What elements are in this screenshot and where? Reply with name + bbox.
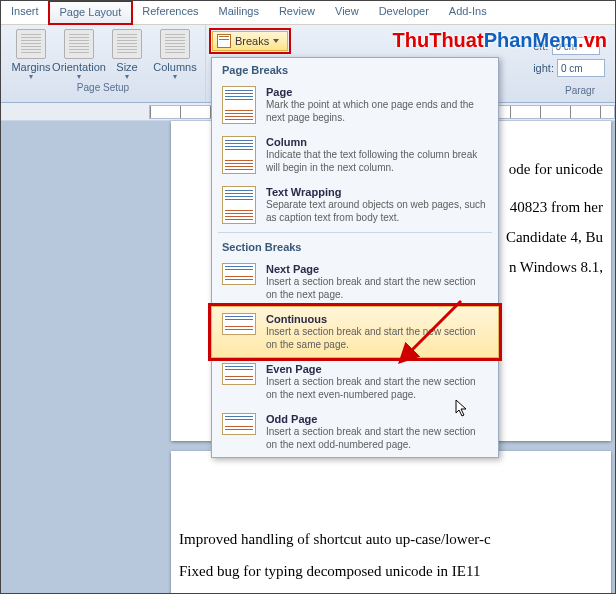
orientation-icon: [64, 29, 94, 59]
tab-review[interactable]: Review: [269, 1, 325, 24]
next-page-icon: [222, 263, 256, 285]
margins-button[interactable]: Margins▾: [7, 27, 55, 81]
menu-section-page-breaks: Page Breaks: [212, 58, 498, 80]
tab-mailings[interactable]: Mailings: [209, 1, 269, 24]
chevron-down-icon: [273, 39, 279, 43]
menu-item-page[interactable]: PageMark the point at which one page end…: [212, 80, 498, 130]
ribbon-tabs: Insert Page Layout References Mailings R…: [1, 1, 615, 25]
column-break-icon: [222, 136, 256, 174]
group-paragraph-label: Paragr: [565, 85, 595, 96]
columns-icon: [160, 29, 190, 59]
tab-page-layout[interactable]: Page Layout: [49, 1, 133, 24]
menu-item-text-wrapping[interactable]: Text WrappingSeparate text around object…: [212, 180, 498, 230]
menu-section-section-breaks: Section Breaks: [212, 235, 498, 257]
watermark: ThuThuatPhanMem.vn: [393, 29, 607, 52]
breaks-icon: [217, 34, 231, 48]
tab-insert[interactable]: Insert: [1, 1, 49, 24]
size-button[interactable]: Size▾: [103, 27, 151, 81]
page-break-icon: [222, 86, 256, 124]
group-page-setup-label: Page Setup: [7, 81, 199, 94]
breaks-dropdown-menu: Page Breaks PageMark the point at which …: [211, 57, 499, 458]
svg-line-0: [401, 301, 461, 361]
annotation-arrow: [391, 301, 471, 385]
menu-item-column[interactable]: ColumnIndicate that the text following t…: [212, 130, 498, 180]
indent-right-input[interactable]: 0 cm: [557, 59, 605, 77]
tab-references[interactable]: References: [132, 1, 208, 24]
breaks-button[interactable]: Breaks: [212, 31, 288, 51]
tab-addins[interactable]: Add-Ins: [439, 1, 497, 24]
continuous-icon: [222, 313, 256, 335]
odd-page-icon: [222, 413, 256, 435]
tab-view[interactable]: View: [325, 1, 369, 24]
menu-item-next-page[interactable]: Next PageInsert a section break and star…: [212, 257, 498, 307]
size-icon: [112, 29, 142, 59]
mouse-cursor-icon: [455, 399, 471, 423]
text-wrapping-icon: [222, 186, 256, 224]
even-page-icon: [222, 363, 256, 385]
tab-developer[interactable]: Developer: [369, 1, 439, 24]
columns-button[interactable]: Columns▾: [151, 27, 199, 81]
margins-icon: [16, 29, 46, 59]
document-page[interactable]: Improved handling of shortcut auto up-ca…: [171, 451, 611, 594]
orientation-button[interactable]: Orientation▾: [55, 27, 103, 81]
